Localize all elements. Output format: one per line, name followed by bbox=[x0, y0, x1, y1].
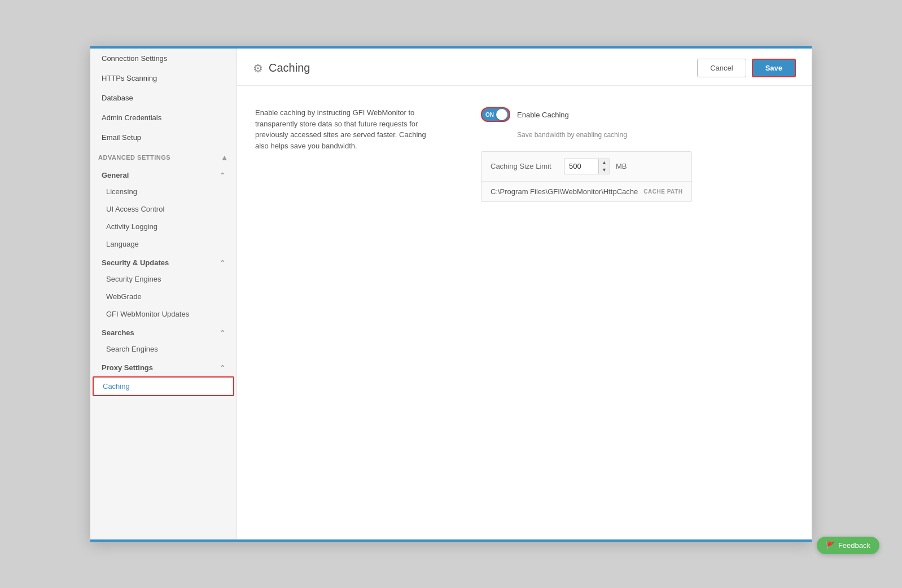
main-panel: ⚙ Caching Cancel Save Enable caching by … bbox=[237, 49, 812, 539]
caching-main-row: Enable caching by instructing GFI WebMon… bbox=[255, 107, 794, 202]
spinner-down[interactable]: ▼ bbox=[599, 166, 610, 174]
security-updates-chevron: ⌃ bbox=[220, 259, 225, 267]
advanced-settings-header[interactable]: ADVANCED SETTINGS ▲ bbox=[90, 147, 237, 165]
caching-controls: ON Enable Caching Save bandwidth by enab… bbox=[481, 107, 692, 202]
enable-caching-sublabel: Save bandwidth by enabling caching bbox=[517, 131, 692, 139]
cache-path-row: C:\Program Files\GFI\WebMonitor\HttpCach… bbox=[481, 182, 691, 201]
proxy-settings-section-header[interactable]: Proxy Settings ⌃ bbox=[90, 358, 237, 375]
cancel-button[interactable]: Cancel bbox=[697, 59, 746, 77]
caching-size-input-wrap: ▲ ▼ bbox=[564, 159, 610, 174]
sidebar-item-https-scanning[interactable]: HTTPs Scanning bbox=[90, 68, 237, 88]
main-body: Enable caching by instructing GFI WebMon… bbox=[237, 86, 812, 539]
sidebar-item-search-engines[interactable]: Search Engines bbox=[90, 340, 237, 358]
main-header: ⚙ Caching Cancel Save bbox=[237, 49, 812, 86]
page-title: ⚙ Caching bbox=[253, 62, 310, 75]
sidebar-item-admin-credentials[interactable]: Admin Credentials bbox=[90, 108, 237, 128]
bottom-border bbox=[90, 539, 812, 542]
caching-size-input[interactable] bbox=[564, 160, 598, 173]
enable-caching-label: Enable Caching bbox=[517, 111, 569, 119]
header-buttons: Cancel Save bbox=[697, 59, 796, 77]
sidebar-item-email-setup[interactable]: Email Setup bbox=[90, 128, 237, 147]
cache-path-value: C:\Program Files\GFI\WebMonitor\HttpCach… bbox=[491, 187, 638, 196]
caching-size-row: Caching Size Limit ▲ ▼ MB bbox=[481, 152, 691, 182]
sidebar-item-language[interactable]: Language bbox=[90, 235, 237, 253]
searches-section-header[interactable]: Searches ⌃ bbox=[90, 323, 237, 340]
caching-description: Enable caching by instructing GFI WebMon… bbox=[255, 107, 436, 151]
main-window: Connection Settings HTTPs Scanning Datab… bbox=[90, 46, 812, 542]
number-spinners: ▲ ▼ bbox=[598, 159, 610, 174]
sidebar: Connection Settings HTTPs Scanning Datab… bbox=[90, 49, 237, 539]
toggle-row: ON Enable Caching bbox=[481, 107, 692, 122]
proxy-settings-chevron: ⌃ bbox=[220, 364, 225, 372]
save-button[interactable]: Save bbox=[752, 59, 796, 77]
caching-size-unit: MB bbox=[616, 162, 627, 170]
searches-chevron: ⌃ bbox=[220, 329, 225, 337]
security-updates-section-header[interactable]: Security & Updates ⌃ bbox=[90, 253, 237, 270]
sidebar-item-database[interactable]: Database bbox=[90, 88, 237, 108]
sidebar-item-gfi-updates[interactable]: GFI WebMonitor Updates bbox=[90, 305, 237, 323]
sidebar-item-security-engines[interactable]: Security Engines bbox=[90, 270, 237, 288]
caching-size-label: Caching Size Limit bbox=[491, 162, 558, 170]
content-area: Connection Settings HTTPs Scanning Datab… bbox=[90, 49, 812, 539]
spinner-up[interactable]: ▲ bbox=[599, 159, 610, 166]
sidebar-item-webgrade[interactable]: WebGrade bbox=[90, 288, 237, 305]
toggle-knob bbox=[496, 109, 507, 120]
cache-path-badge: CACHE PATH bbox=[643, 188, 682, 195]
enable-caching-toggle[interactable]: ON bbox=[481, 107, 510, 122]
feedback-button[interactable]: 🚩 Feedback bbox=[817, 537, 879, 554]
sidebar-item-licensing[interactable]: Licensing bbox=[90, 183, 237, 200]
gear-icon: ⚙ bbox=[253, 62, 263, 75]
sidebar-item-ui-access-control[interactable]: UI Access Control bbox=[90, 200, 237, 218]
general-chevron: ⌃ bbox=[220, 172, 225, 179]
feedback-icon: 🚩 bbox=[826, 541, 835, 550]
sidebar-item-activity-logging[interactable]: Activity Logging bbox=[90, 218, 237, 235]
sidebar-item-connection-settings[interactable]: Connection Settings bbox=[90, 49, 237, 68]
advanced-settings-chevron: ▲ bbox=[221, 153, 229, 162]
toggle-on-label: ON bbox=[485, 112, 494, 118]
feedback-label: Feedback bbox=[838, 541, 870, 550]
sidebar-item-caching[interactable]: Caching bbox=[93, 376, 234, 396]
caching-settings-box: Caching Size Limit ▲ ▼ MB bbox=[481, 151, 692, 202]
general-section-header[interactable]: General ⌃ bbox=[90, 165, 237, 183]
